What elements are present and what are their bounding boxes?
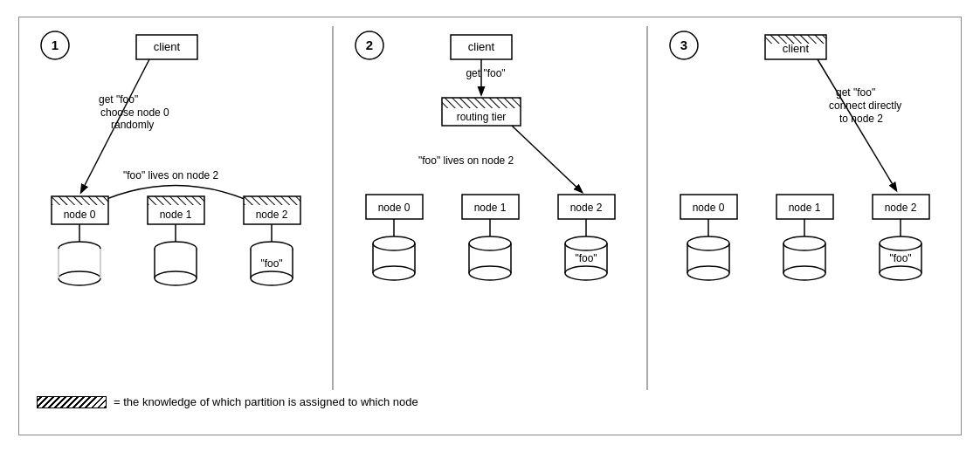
svg-text:"foo": "foo" bbox=[260, 257, 282, 270]
svg-point-109 bbox=[880, 266, 921, 280]
legend-text: = the knowledge of which partition is as… bbox=[114, 395, 418, 408]
svg-point-102 bbox=[783, 236, 825, 250]
svg-rect-14 bbox=[148, 196, 204, 205]
svg-text:connect directly: connect directly bbox=[829, 99, 901, 112]
svg-rect-15 bbox=[148, 196, 204, 205]
svg-rect-13 bbox=[148, 196, 204, 224]
svg-point-68 bbox=[373, 266, 415, 280]
svg-text:routing tier: routing tier bbox=[457, 111, 507, 123]
svg-text:client: client bbox=[468, 40, 495, 53]
svg-rect-9 bbox=[52, 196, 108, 224]
svg-rect-46 bbox=[451, 35, 512, 59]
svg-point-105 bbox=[783, 266, 825, 280]
svg-point-0 bbox=[41, 31, 69, 59]
svg-point-72 bbox=[469, 266, 511, 280]
divider-2 bbox=[646, 26, 648, 390]
svg-text:2: 2 bbox=[366, 38, 373, 52]
svg-text:"foo": "foo" bbox=[575, 252, 597, 264]
svg-rect-93 bbox=[873, 195, 929, 219]
svg-text:get "foo": get "foo" bbox=[836, 86, 875, 99]
svg-rect-10 bbox=[52, 196, 108, 205]
svg-text:node 1: node 1 bbox=[474, 202, 507, 214]
svg-text:node 2: node 2 bbox=[885, 202, 917, 214]
svg-text:"foo" lives on node 2: "foo" lives on node 2 bbox=[418, 154, 514, 167]
svg-point-40 bbox=[251, 271, 293, 285]
svg-point-76 bbox=[565, 266, 607, 280]
svg-point-69 bbox=[469, 236, 511, 250]
svg-line-4 bbox=[81, 59, 149, 192]
svg-text:"foo" lives on node 2: "foo" lives on node 2 bbox=[123, 169, 219, 181]
diagrams-row: 1 client get "foo" choose node 0 randoml… bbox=[28, 26, 952, 390]
svg-rect-18 bbox=[244, 196, 300, 205]
svg-text:client: client bbox=[154, 40, 181, 53]
diagram-2: 2 client get "foo" routing tier "foo" li… bbox=[350, 26, 630, 358]
svg-rect-83 bbox=[765, 35, 826, 44]
svg-point-28 bbox=[59, 271, 100, 285]
svg-text:node 0: node 0 bbox=[63, 209, 95, 221]
diagram-1: 1 client get "foo" choose node 0 randoml… bbox=[36, 26, 315, 358]
svg-rect-37 bbox=[251, 249, 293, 278]
svg-text:get "foo": get "foo" bbox=[466, 67, 505, 79]
svg-text:1: 1 bbox=[52, 38, 59, 52]
svg-point-36 bbox=[251, 242, 293, 256]
svg-point-101 bbox=[687, 266, 729, 280]
svg-rect-81 bbox=[765, 35, 826, 59]
svg-rect-32 bbox=[155, 249, 197, 278]
svg-point-35 bbox=[155, 271, 197, 285]
svg-line-55 bbox=[512, 126, 582, 192]
svg-rect-17 bbox=[244, 196, 300, 224]
svg-rect-89 bbox=[680, 195, 737, 219]
svg-rect-11 bbox=[52, 196, 108, 205]
svg-text:choose node 0: choose node 0 bbox=[100, 106, 169, 119]
svg-text:client: client bbox=[783, 42, 810, 55]
svg-rect-25 bbox=[59, 249, 100, 278]
svg-rect-51 bbox=[442, 98, 521, 108]
svg-point-65 bbox=[373, 236, 415, 250]
svg-text:randomly: randomly bbox=[111, 119, 154, 131]
diagram-container: 1 client get "foo" choose node 0 randoml… bbox=[18, 17, 962, 435]
svg-point-24 bbox=[59, 242, 100, 256]
svg-text:node 1: node 1 bbox=[159, 209, 191, 221]
svg-text:node 2: node 2 bbox=[255, 209, 287, 221]
svg-rect-2 bbox=[136, 35, 197, 59]
diagram-3: 3 client get "foo" connect directly to n… bbox=[665, 26, 944, 358]
svg-point-79 bbox=[670, 31, 698, 59]
svg-text:node 2: node 2 bbox=[570, 202, 603, 214]
svg-text:to node 2: to node 2 bbox=[839, 113, 883, 125]
svg-text:node 1: node 1 bbox=[789, 202, 821, 214]
svg-rect-52 bbox=[442, 98, 521, 108]
svg-text:"foo": "foo" bbox=[890, 252, 912, 264]
svg-rect-60 bbox=[558, 195, 615, 219]
svg-rect-91 bbox=[776, 195, 833, 219]
svg-text:3: 3 bbox=[680, 38, 687, 52]
legend-hatch-icon bbox=[37, 396, 107, 408]
svg-text:node 0: node 0 bbox=[693, 202, 725, 214]
svg-point-98 bbox=[687, 236, 729, 250]
svg-rect-56 bbox=[366, 195, 423, 219]
svg-point-31 bbox=[155, 242, 197, 256]
divider-1 bbox=[332, 26, 334, 390]
svg-text:node 0: node 0 bbox=[378, 202, 411, 214]
svg-point-44 bbox=[355, 31, 383, 59]
svg-rect-50 bbox=[442, 98, 521, 126]
svg-rect-19 bbox=[244, 196, 300, 205]
svg-point-73 bbox=[565, 236, 607, 250]
svg-rect-58 bbox=[462, 195, 519, 219]
svg-text:get "foo": get "foo" bbox=[99, 93, 138, 106]
svg-rect-82 bbox=[765, 35, 826, 44]
svg-line-85 bbox=[818, 59, 896, 190]
svg-point-106 bbox=[880, 236, 921, 250]
legend: = the knowledge of which partition is as… bbox=[28, 390, 952, 408]
